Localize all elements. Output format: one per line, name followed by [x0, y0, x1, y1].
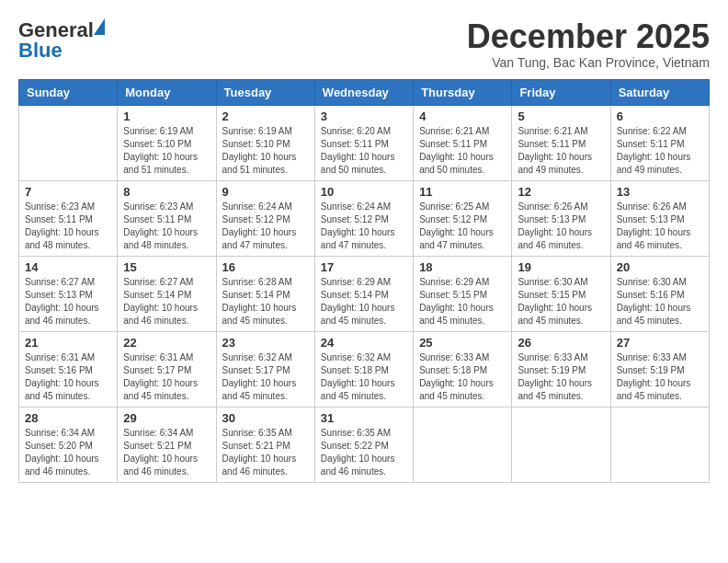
calendar-week-row: 28Sunrise: 6:34 AMSunset: 5:20 PMDayligh… — [19, 407, 710, 482]
day-number: 16 — [222, 260, 309, 274]
day-info: Sunrise: 6:26 AMSunset: 5:13 PMDaylight:… — [617, 201, 703, 252]
calendar-cell: 6Sunrise: 6:22 AMSunset: 5:11 PMDaylight… — [610, 105, 709, 180]
day-info: Sunrise: 6:32 AMSunset: 5:18 PMDaylight:… — [321, 351, 407, 403]
logo: General Blue — [18, 18, 94, 63]
day-info: Sunrise: 6:33 AMSunset: 5:19 PMDaylight:… — [617, 351, 703, 403]
day-number: 24 — [321, 336, 407, 350]
day-info: Sunrise: 6:33 AMSunset: 5:19 PMDaylight:… — [518, 351, 604, 403]
day-number: 30 — [222, 411, 309, 425]
logo-arrow-icon — [92, 15, 107, 35]
calendar-cell: 20Sunrise: 6:30 AMSunset: 5:16 PMDayligh… — [610, 256, 709, 331]
day-info: Sunrise: 6:32 AMSunset: 5:17 PMDaylight:… — [222, 351, 309, 403]
calendar-cell: 26Sunrise: 6:33 AMSunset: 5:19 PMDayligh… — [512, 331, 610, 407]
day-info: Sunrise: 6:29 AMSunset: 5:15 PMDaylight:… — [419, 276, 506, 327]
month-title: December 2025 — [467, 18, 710, 55]
calendar-cell: 19Sunrise: 6:30 AMSunset: 5:15 PMDayligh… — [512, 256, 610, 331]
day-info: Sunrise: 6:23 AMSunset: 5:11 PMDaylight:… — [25, 201, 111, 252]
day-info: Sunrise: 6:21 AMSunset: 5:11 PMDaylight:… — [518, 125, 604, 177]
calendar-cell: 10Sunrise: 6:24 AMSunset: 5:12 PMDayligh… — [314, 180, 413, 256]
calendar-cell: 4Sunrise: 6:21 AMSunset: 5:11 PMDaylight… — [414, 105, 512, 180]
day-number: 31 — [321, 411, 407, 425]
calendar-cell: 27Sunrise: 6:33 AMSunset: 5:19 PMDayligh… — [610, 331, 709, 407]
calendar-cell: 15Sunrise: 6:27 AMSunset: 5:14 PMDayligh… — [118, 256, 216, 331]
day-info: Sunrise: 6:29 AMSunset: 5:14 PMDaylight:… — [321, 276, 407, 327]
day-info: Sunrise: 6:31 AMSunset: 5:16 PMDaylight:… — [25, 351, 111, 403]
calendar-cell: 23Sunrise: 6:32 AMSunset: 5:17 PMDayligh… — [216, 331, 314, 407]
day-info: Sunrise: 6:22 AMSunset: 5:11 PMDaylight:… — [617, 125, 703, 177]
weekday-header: Tuesday — [216, 79, 314, 105]
calendar-header-row: SundayMondayTuesdayWednesdayThursdayFrid… — [19, 79, 710, 105]
day-number: 25 — [419, 336, 506, 350]
day-number: 2 — [222, 109, 309, 123]
day-number: 28 — [25, 411, 111, 425]
weekday-header: Saturday — [610, 79, 709, 105]
day-info: Sunrise: 6:25 AMSunset: 5:12 PMDaylight:… — [419, 201, 506, 252]
day-number: 5 — [518, 109, 604, 123]
weekday-header: Friday — [512, 79, 610, 105]
calendar-week-row: 14Sunrise: 6:27 AMSunset: 5:13 PMDayligh… — [19, 256, 710, 331]
calendar-cell: 12Sunrise: 6:26 AMSunset: 5:13 PMDayligh… — [512, 180, 610, 256]
calendar-cell: 1Sunrise: 6:19 AMSunset: 5:10 PMDaylight… — [118, 105, 216, 180]
day-info: Sunrise: 6:24 AMSunset: 5:12 PMDaylight:… — [321, 201, 407, 252]
day-info: Sunrise: 6:35 AMSunset: 5:22 PMDaylight:… — [321, 427, 407, 478]
day-number: 11 — [419, 185, 506, 199]
page-header: General Blue December 2025 Van Tung, Bac… — [18, 18, 710, 70]
day-number: 17 — [321, 260, 407, 274]
day-info: Sunrise: 6:34 AMSunset: 5:20 PMDaylight:… — [25, 427, 111, 478]
day-number: 20 — [617, 260, 703, 274]
calendar-cell: 18Sunrise: 6:29 AMSunset: 5:15 PMDayligh… — [414, 256, 512, 331]
day-number: 6 — [617, 109, 703, 123]
day-number: 22 — [123, 336, 210, 350]
calendar-cell — [610, 407, 709, 482]
day-info: Sunrise: 6:30 AMSunset: 5:16 PMDaylight:… — [617, 276, 703, 327]
calendar-cell: 21Sunrise: 6:31 AMSunset: 5:16 PMDayligh… — [19, 331, 118, 407]
day-info: Sunrise: 6:21 AMSunset: 5:11 PMDaylight:… — [419, 125, 506, 177]
location: Van Tung, Bac Kan Province, Vietnam — [467, 55, 710, 70]
day-number: 3 — [321, 109, 407, 123]
day-number: 15 — [123, 260, 210, 274]
day-number: 8 — [123, 185, 210, 199]
calendar-cell: 2Sunrise: 6:19 AMSunset: 5:10 PMDaylight… — [216, 105, 314, 180]
calendar-cell: 28Sunrise: 6:34 AMSunset: 5:20 PMDayligh… — [19, 407, 118, 482]
day-number: 9 — [222, 185, 309, 199]
calendar-cell — [19, 105, 118, 180]
calendar-cell: 8Sunrise: 6:23 AMSunset: 5:11 PMDaylight… — [118, 180, 216, 256]
calendar-cell: 31Sunrise: 6:35 AMSunset: 5:22 PMDayligh… — [314, 407, 413, 482]
day-number: 10 — [321, 185, 407, 199]
calendar-cell: 7Sunrise: 6:23 AMSunset: 5:11 PMDaylight… — [19, 180, 118, 256]
day-number: 13 — [617, 185, 703, 199]
day-number: 1 — [123, 109, 210, 123]
weekday-header: Thursday — [414, 79, 512, 105]
day-number: 4 — [419, 109, 506, 123]
calendar-week-row: 21Sunrise: 6:31 AMSunset: 5:16 PMDayligh… — [19, 331, 710, 407]
day-info: Sunrise: 6:19 AMSunset: 5:10 PMDaylight:… — [222, 125, 309, 177]
day-info: Sunrise: 6:23 AMSunset: 5:11 PMDaylight:… — [123, 201, 210, 252]
day-number: 21 — [25, 336, 111, 350]
day-number: 12 — [518, 185, 604, 199]
day-number: 29 — [123, 411, 210, 425]
calendar-cell — [414, 407, 512, 482]
calendar-cell: 17Sunrise: 6:29 AMSunset: 5:14 PMDayligh… — [314, 256, 413, 331]
weekday-header: Wednesday — [314, 79, 413, 105]
calendar-table: SundayMondayTuesdayWednesdayThursdayFrid… — [18, 79, 710, 483]
day-info: Sunrise: 6:19 AMSunset: 5:10 PMDaylight:… — [123, 125, 210, 177]
calendar-cell: 5Sunrise: 6:21 AMSunset: 5:11 PMDaylight… — [512, 105, 610, 180]
day-info: Sunrise: 6:20 AMSunset: 5:11 PMDaylight:… — [321, 125, 407, 177]
day-info: Sunrise: 6:35 AMSunset: 5:21 PMDaylight:… — [222, 427, 309, 478]
calendar-cell: 29Sunrise: 6:34 AMSunset: 5:21 PMDayligh… — [118, 407, 216, 482]
day-info: Sunrise: 6:31 AMSunset: 5:17 PMDaylight:… — [123, 351, 210, 403]
logo-general: General — [18, 18, 94, 41]
calendar-cell: 3Sunrise: 6:20 AMSunset: 5:11 PMDaylight… — [314, 105, 413, 180]
day-number: 23 — [222, 336, 309, 350]
calendar-week-row: 1Sunrise: 6:19 AMSunset: 5:10 PMDaylight… — [19, 105, 710, 180]
calendar-cell: 11Sunrise: 6:25 AMSunset: 5:12 PMDayligh… — [414, 180, 512, 256]
calendar-cell: 22Sunrise: 6:31 AMSunset: 5:17 PMDayligh… — [118, 331, 216, 407]
calendar-cell: 16Sunrise: 6:28 AMSunset: 5:14 PMDayligh… — [216, 256, 314, 331]
calendar-cell: 9Sunrise: 6:24 AMSunset: 5:12 PMDaylight… — [216, 180, 314, 256]
day-info: Sunrise: 6:30 AMSunset: 5:15 PMDaylight:… — [518, 276, 604, 327]
svg-marker-0 — [94, 18, 105, 35]
calendar-cell — [512, 407, 610, 482]
day-info: Sunrise: 6:33 AMSunset: 5:18 PMDaylight:… — [419, 351, 506, 403]
calendar-cell: 24Sunrise: 6:32 AMSunset: 5:18 PMDayligh… — [314, 331, 413, 407]
title-section: December 2025 Van Tung, Bac Kan Province… — [467, 18, 710, 70]
